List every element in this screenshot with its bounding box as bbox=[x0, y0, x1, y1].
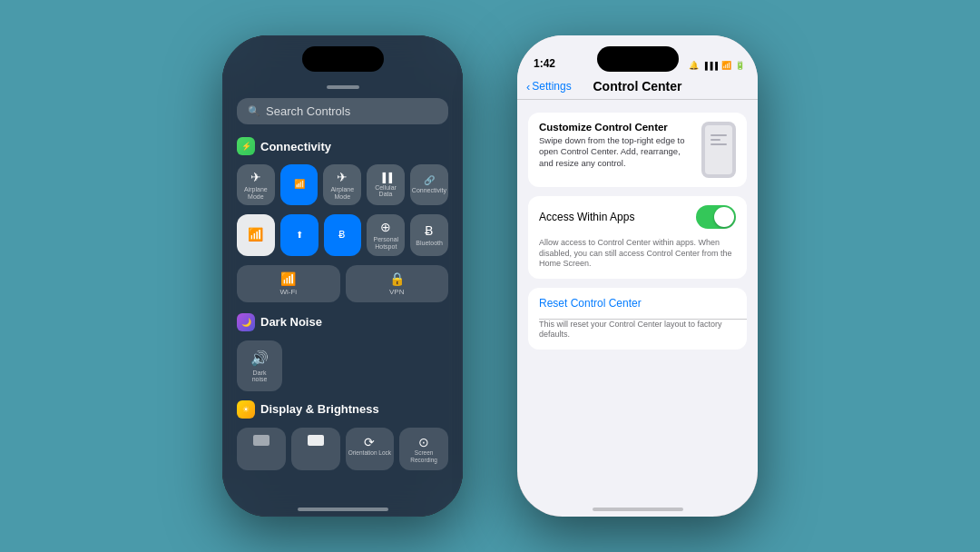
connectivity-title: Connectivity bbox=[260, 140, 331, 153]
signal-icon: ▐▐▐ bbox=[702, 62, 718, 70]
dark-noise-header: 🌙 Dark Noise bbox=[237, 313, 448, 331]
home-indicator-right bbox=[593, 508, 683, 511]
airplane-mode-btn[interactable]: ✈ Airplane Mode bbox=[237, 164, 275, 205]
left-screen: 🔍 Search Controls ⚡ Connectivity ✈ Airpl… bbox=[222, 35, 463, 517]
wifi-large-btn[interactable]: 📶 Wi-Fi bbox=[237, 265, 340, 302]
customize-text: Customize Control Center Swipe down from… bbox=[539, 122, 694, 169]
vpn-btn[interactable]: 🔒 VPN bbox=[346, 265, 449, 302]
phones-container: 🔍 Search Controls ⚡ Connectivity ✈ Airpl… bbox=[222, 35, 758, 517]
display-grid: ⟳ Orientation Lock ⊙ Screen Recording bbox=[237, 428, 448, 471]
customize-title: Customize Control Center bbox=[539, 122, 694, 133]
customize-description: Swipe down from the top-right edge to op… bbox=[539, 135, 694, 169]
access-description: Allow access to Control Center within ap… bbox=[528, 238, 747, 279]
data-active-btn[interactable]: ⬆ bbox=[280, 214, 318, 255]
connectivity-grid-row1: ✈ Airplane Mode 📶 ✈ Airplane Mode ▐▐ Cel… bbox=[237, 164, 448, 205]
search-bar-placeholder: Search Controls bbox=[266, 104, 350, 118]
connectivity-grid-row2: 📶 ⬆ Ƀ ⊕ Personal Hotspot Ƀ bbox=[237, 214, 448, 255]
nav-bar: ‹ Settings Control Center bbox=[517, 75, 758, 100]
access-card: Access Within Apps Allow access to Contr… bbox=[528, 196, 747, 279]
display-header: ☀ Display & Brightness bbox=[237, 400, 448, 419]
brightness-high-btn[interactable] bbox=[291, 428, 340, 471]
access-label: Access Within Apps bbox=[539, 211, 634, 223]
reset-card: Reset Control Center This will reset you… bbox=[528, 288, 747, 350]
settings-content: Customize Control Center Swipe down from… bbox=[517, 100, 758, 362]
wifi-btn[interactable]: 📶 bbox=[237, 214, 275, 255]
battery-icon: 🔋 bbox=[735, 61, 745, 70]
wifi-vpn-row: 📶 Wi-Fi 🔒 VPN bbox=[237, 265, 448, 302]
bluetooth-active-btn[interactable]: Ƀ bbox=[324, 214, 362, 255]
back-chevron: ‹ bbox=[526, 80, 530, 94]
access-row: Access Within Apps bbox=[528, 196, 747, 238]
page-title: Control Center bbox=[593, 79, 682, 94]
access-toggle[interactable] bbox=[696, 205, 736, 229]
connectivity-icon: ⚡ bbox=[237, 137, 255, 155]
dark-noise-icon: 🌙 bbox=[237, 313, 255, 331]
customize-card-inner: Customize Control Center Swipe down from… bbox=[528, 113, 747, 187]
connectivity-btn[interactable]: 🔗 Connectivity bbox=[410, 164, 448, 205]
status-icons: 🔔 ▐▐▐ 📶 🔋 bbox=[689, 61, 745, 70]
home-indicator-left bbox=[298, 508, 388, 511]
dark-noise-section: 🌙 Dark Noise 🔊 Dark noise bbox=[237, 313, 448, 391]
display-title: Display & Brightness bbox=[260, 402, 379, 416]
hotspot-btn[interactable]: ⊕ Personal Hotspot bbox=[367, 214, 405, 255]
toggle-knob bbox=[714, 207, 734, 227]
customize-card: Customize Control Center Swipe down from… bbox=[528, 113, 747, 187]
bell-icon: 🔔 bbox=[689, 61, 699, 70]
connectivity-section-header: ⚡ Connectivity bbox=[237, 137, 448, 155]
display-section: ☀ Display & Brightness bbox=[237, 400, 448, 471]
right-phone: 1:42 🔔 ▐▐▐ 📶 🔋 ‹ Settings Control Center bbox=[517, 35, 758, 517]
right-screen: 1:42 🔔 ▐▐▐ 📶 🔋 ‹ Settings Control Center bbox=[517, 35, 758, 517]
dynamic-island-right bbox=[597, 46, 679, 72]
brightness-low-btn[interactable] bbox=[237, 428, 286, 471]
orientation-lock-btn[interactable]: ⟳ Orientation Lock bbox=[346, 428, 395, 471]
status-time: 1:42 bbox=[534, 57, 555, 70]
search-bar[interactable]: 🔍 Search Controls bbox=[237, 98, 448, 124]
back-button[interactable]: ‹ Settings bbox=[526, 80, 572, 94]
search-icon: 🔍 bbox=[248, 105, 260, 117]
dark-noise-title: Dark Noise bbox=[260, 315, 322, 329]
dynamic-island-left bbox=[302, 46, 384, 72]
back-label: Settings bbox=[532, 80, 571, 93]
phone-thumbnail bbox=[701, 122, 736, 178]
screen-recording-btn[interactable]: ⊙ Screen Recording bbox=[399, 428, 448, 471]
wifi-status-icon: 📶 bbox=[721, 61, 731, 70]
reset-description: This will reset your Control Center layo… bbox=[528, 320, 747, 350]
bluetooth-btn[interactable]: Ƀ Bluetooth bbox=[410, 214, 448, 255]
handle-bar bbox=[327, 85, 359, 89]
airplane2-btn[interactable]: ✈ Airplane Mode bbox=[323, 164, 361, 205]
display-icon: ☀ bbox=[237, 400, 255, 419]
cellular-data-btn[interactable]: ▐▐ Cellular Data bbox=[367, 164, 405, 205]
reset-link[interactable]: Reset Control Center bbox=[528, 288, 747, 319]
left-phone: 🔍 Search Controls ⚡ Connectivity ✈ Airpl… bbox=[222, 35, 463, 517]
dark-noise-ctrl-btn[interactable]: 🔊 Dark noise bbox=[237, 340, 282, 391]
cellular-active-btn[interactable]: 📶 bbox=[280, 164, 318, 205]
